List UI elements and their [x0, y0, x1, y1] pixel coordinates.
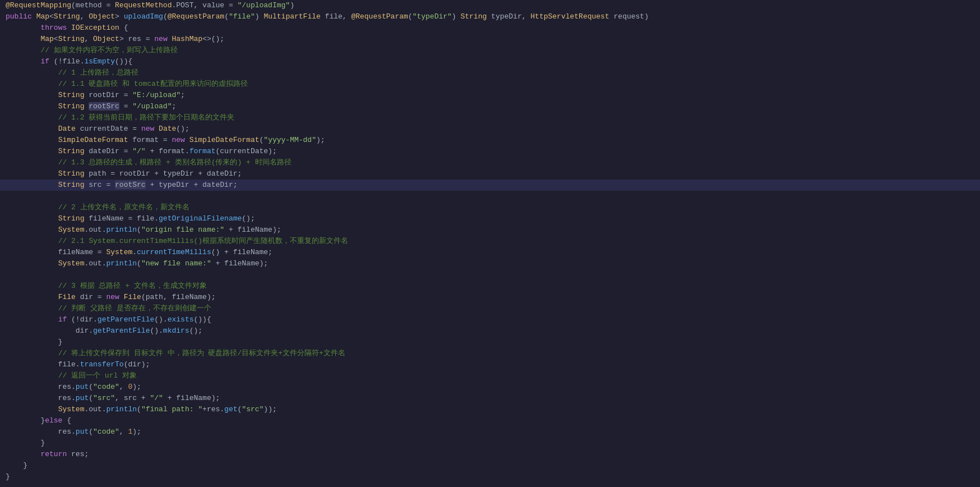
code-line: System.out.println("final path: "+res.ge… — [0, 404, 980, 415]
code-content: // 将上传文件保存到 目标文件 中，路径为 硬盘路径/目标文件夹+文件分隔符+… — [3, 348, 980, 359]
code-line: dir.getParentFile().mkdirs(); — [0, 325, 980, 337]
code-line — [0, 191, 980, 202]
code-line: System.out.println("new file name:" + fi… — [0, 258, 980, 269]
code-line: String dateDir = "/" + format.format(cur… — [0, 146, 980, 157]
code-content: return res; — [3, 449, 980, 460]
code-content: throws IOException { — [3, 22, 980, 34]
code-line: // 判断 父路径 是否存在，不存在则创建一个 — [0, 303, 980, 314]
code-line: // 2 上传文件名，原文件名，新文件名 — [0, 202, 980, 213]
code-line: }else { — [0, 415, 980, 426]
code-line: public Map<String, Object> uploadImg(@Re… — [0, 11, 980, 22]
code-line-highlighted: String src = rootSrc + typeDir + dateDir… — [0, 180, 980, 191]
code-content: String src = rootSrc + typeDir + dateDir… — [3, 180, 980, 191]
code-content: // 3 根据 总路径 + 文件名，生成文件对象 — [3, 281, 980, 292]
code-content: }else { — [3, 415, 980, 426]
code-line: // 2.1 System.currentTimeMillis()根据系统时间产… — [0, 236, 980, 247]
code-line: System.out.println("origin file name:" +… — [0, 224, 980, 236]
code-line: File dir = new File(path, fileName); — [0, 292, 980, 303]
code-line: // 返回一个 url 对象 — [0, 370, 980, 382]
code-content — [3, 191, 980, 202]
code-line — [0, 269, 980, 281]
code-line: } — [0, 471, 980, 483]
code-content: if (!dir.getParentFile().exists()){ — [3, 314, 980, 325]
code-line: file.transferTo(dir); — [0, 359, 980, 370]
code-line: // 1.3 总路径的生成，根路径 + 类别名路径(传来的) + 时间名路径 — [0, 157, 980, 168]
code-content: } — [3, 471, 980, 483]
code-content: String fileName = file.getOriginalFilena… — [3, 213, 980, 224]
code-content: public Map<String, Object> uploadImg(@Re… — [3, 11, 980, 22]
code-line: // 1.2 获得当前日期，路径下要加个日期名的文件夹 — [0, 112, 980, 123]
code-content: // 1.3 总路径的生成，根路径 + 类别名路径(传来的) + 时间名路径 — [3, 157, 980, 168]
code-content: // 如果文件内容不为空，则写入上传路径 — [3, 45, 980, 56]
code-line: // 1 上传路径，总路径 — [0, 67, 980, 79]
code-content: System.out.println("new file name:" + fi… — [3, 258, 980, 269]
code-content: System.out.println("final path: "+res.ge… — [3, 404, 980, 415]
code-content: @RequestMapping(method = RequestMethod.P… — [3, 0, 980, 11]
code-content: fileName = System.currentTimeMillis() + … — [3, 247, 980, 258]
code-content: System.out.println("origin file name:" +… — [3, 224, 980, 236]
code-line: String rootDir = "E:/upload"; — [0, 90, 980, 101]
code-line: if (!file.isEmpty()){ — [0, 56, 980, 67]
code-content: // 1.1 硬盘路径 和 tomcat配置的用来访问的虚拟路径 — [3, 79, 980, 90]
code-line: // 如果文件内容不为空，则写入上传路径 — [0, 45, 980, 56]
code-content: dir.getParentFile().mkdirs(); — [3, 325, 980, 337]
code-content: String rootSrc = "/upload"; — [3, 101, 980, 112]
code-line: SimpleDateFormat format = new SimpleDate… — [0, 135, 980, 146]
code-line: // 3 根据 总路径 + 文件名，生成文件对象 — [0, 281, 980, 292]
code-content: // 2.1 System.currentTimeMillis()根据系统时间产… — [3, 236, 980, 247]
code-line: } — [0, 438, 980, 449]
code-content: res.put("code", 1); — [3, 426, 980, 438]
code-line: fileName = System.currentTimeMillis() + … — [0, 247, 980, 258]
code-line: Date currentDate = new Date(); — [0, 123, 980, 135]
code-line: return res; — [0, 449, 980, 460]
code-line: Map<String, Object> res = new HashMap<>(… — [0, 34, 980, 45]
code-line: res.put("src", src + "/" + fileName); — [0, 393, 980, 404]
code-line: String rootSrc = "/upload"; — [0, 101, 980, 112]
code-content: } — [3, 337, 980, 348]
code-line: String path = rootDir + typeDir + dateDi… — [0, 168, 980, 180]
code-line: // 1.1 硬盘路径 和 tomcat配置的用来访问的虚拟路径 — [0, 79, 980, 90]
code-line: @RequestMapping(method = RequestMethod.P… — [0, 0, 980, 11]
code-content: SimpleDateFormat format = new SimpleDate… — [3, 135, 980, 146]
code-content: if (!file.isEmpty()){ — [3, 56, 980, 67]
code-line: // 将上传文件保存到 目标文件 中，路径为 硬盘路径/目标文件夹+文件分隔符+… — [0, 348, 980, 359]
code-content: // 判断 父路径 是否存在，不存在则创建一个 — [3, 303, 980, 314]
code-content: Date currentDate = new Date(); — [3, 123, 980, 135]
code-content: // 返回一个 url 对象 — [3, 370, 980, 382]
code-line: if (!dir.getParentFile().exists()){ — [0, 314, 980, 325]
code-content: String rootDir = "E:/upload"; — [3, 90, 980, 101]
code-content: } — [3, 460, 980, 471]
code-content: } — [3, 438, 980, 449]
code-line: res.put("code", 0); — [0, 382, 980, 393]
code-content: // 1 上传路径，总路径 — [3, 67, 980, 79]
code-content: file.transferTo(dir); — [3, 359, 980, 370]
code-content: File dir = new File(path, fileName); — [3, 292, 980, 303]
code-content: Map<String, Object> res = new HashMap<>(… — [3, 34, 980, 45]
code-content: res.put("code", 0); — [3, 382, 980, 393]
code-line: } — [0, 460, 980, 471]
code-content: String dateDir = "/" + format.format(cur… — [3, 146, 980, 157]
code-content: res.put("src", src + "/" + fileName); — [3, 393, 980, 404]
code-line: res.put("code", 1); — [0, 426, 980, 438]
code-content: // 2 上传文件名，原文件名，新文件名 — [3, 202, 980, 213]
code-line: } — [0, 337, 980, 348]
code-content — [3, 269, 980, 281]
code-content: String path = rootDir + typeDir + dateDi… — [3, 168, 980, 180]
code-line: throws IOException { — [0, 22, 980, 34]
code-content: // 1.2 获得当前日期，路径下要加个日期名的文件夹 — [3, 112, 980, 123]
code-editor: @RequestMapping(method = RequestMethod.P… — [0, 0, 980, 487]
code-line: String fileName = file.getOriginalFilena… — [0, 213, 980, 224]
